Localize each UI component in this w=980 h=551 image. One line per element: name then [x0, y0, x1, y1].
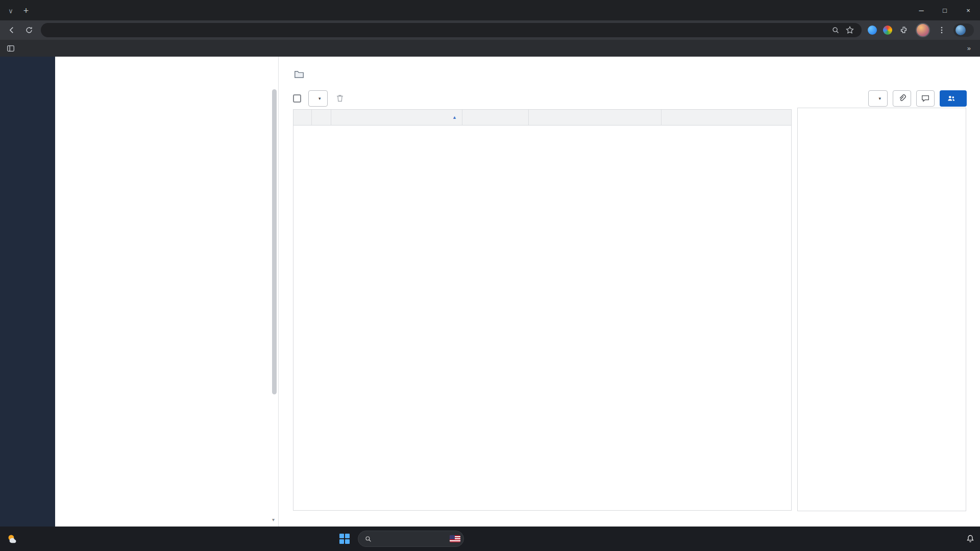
content-toolbar: ▾ ▾ [279, 86, 980, 110]
sort-asc-icon: ▲ [452, 115, 457, 120]
chat-button[interactable] [953, 23, 974, 37]
scrollbar-thumb[interactable] [272, 89, 277, 394]
table-header: ▲ [293, 110, 791, 126]
taskbar-search[interactable] [358, 531, 464, 547]
header-last-update[interactable] [662, 110, 791, 125]
notification-bell-icon[interactable] [966, 534, 975, 543]
left-rail [0, 57, 55, 527]
back-icon[interactable] [6, 24, 17, 36]
us-flag-icon[interactable] [450, 535, 460, 542]
content-area: ▾ ▾ [279, 57, 980, 527]
taskbar [0, 527, 980, 551]
desktop-screen: ∨ + ─ □ × » [0, 0, 980, 551]
browser-toolbar [0, 20, 980, 40]
content-header [279, 57, 980, 86]
browse-panel: ▾ [55, 57, 279, 527]
create-button[interactable]: ▾ [868, 90, 888, 107]
search-icon [364, 535, 372, 543]
browse-scrollbar[interactable]: ▾ [272, 87, 277, 511]
weather-widget[interactable] [5, 527, 22, 551]
header-owner[interactable] [529, 110, 662, 125]
maximize-button[interactable]: □ [933, 0, 957, 20]
toolbar-right-group: ▾ [868, 90, 967, 107]
bookmarks-bar: » [0, 40, 980, 57]
profile-avatar[interactable] [916, 23, 930, 37]
header-star-column [312, 110, 331, 125]
extensions-puzzle-icon[interactable] [898, 24, 910, 36]
items-table: ▲ [293, 109, 792, 511]
taskbar-right [960, 527, 975, 551]
trash-icon[interactable] [335, 93, 345, 104]
share-people-icon [947, 94, 956, 103]
folder-icon [293, 69, 305, 80]
close-window-button[interactable]: × [957, 0, 980, 20]
header-name[interactable]: ▲ [331, 110, 462, 125]
zoom-icon[interactable] [831, 26, 840, 35]
tab-search-icon[interactable]: ∨ [3, 3, 18, 18]
chat-avatar [955, 25, 966, 35]
header-checkbox-column [293, 110, 312, 125]
bookmark-star-icon[interactable] [845, 26, 854, 35]
address-bar[interactable] [41, 23, 862, 37]
weather-sun-icon [5, 532, 18, 545]
smartsheet-app: ▾ ▾ ▾ [0, 57, 980, 527]
minimize-button[interactable]: ─ [910, 0, 933, 20]
taskbar-center [336, 527, 469, 551]
header-sharing[interactable] [462, 110, 529, 125]
window-controls: ─ □ × [910, 0, 980, 20]
workspace-shared-panel [797, 108, 966, 511]
new-tab-button[interactable]: + [18, 3, 34, 18]
browser-tab-strip: ∨ + ─ □ × [0, 0, 980, 20]
refresh-icon[interactable] [23, 24, 35, 36]
windows-start-icon[interactable] [336, 529, 353, 549]
scroll-down-icon[interactable]: ▾ [272, 517, 275, 522]
select-all-checkbox[interactable] [293, 94, 301, 103]
extension-icon[interactable] [868, 26, 877, 35]
extension-icon[interactable] [883, 26, 892, 35]
chevron-down-icon: ▾ [318, 96, 321, 101]
bookmarks-panel-icon[interactable] [5, 43, 16, 54]
actions-button[interactable]: ▾ [308, 90, 328, 107]
share-button[interactable] [940, 90, 967, 107]
comment-button[interactable] [916, 90, 935, 107]
browser-menu-icon[interactable] [936, 24, 947, 36]
bookmarks-overflow-icon[interactable]: » [963, 44, 975, 52]
chevron-down-icon: ▾ [878, 96, 881, 101]
attachment-button[interactable] [893, 90, 911, 107]
